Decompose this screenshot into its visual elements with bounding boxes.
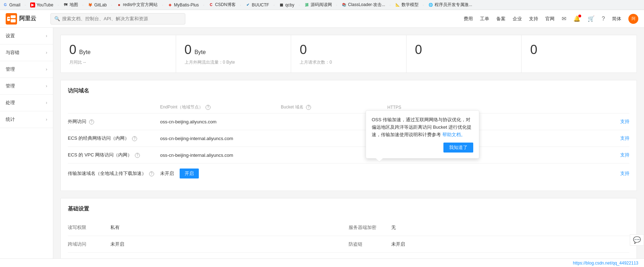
mail-icon[interactable]: ✉ <box>562 15 566 22</box>
tab-buu[interactable]: ✔ BUUCTF <box>245 2 269 7</box>
read-write-row: 读写权限 私有 <box>68 219 349 236</box>
endpoint-help-icon[interactable]: ? <box>206 105 211 110</box>
tab-maps-label: 地图 <box>70 2 78 8</box>
sidebar-item-stats[interactable]: 统计 › <box>0 111 53 128</box>
tab-maps[interactable]: 🗺 地图 <box>63 2 78 8</box>
tab-classloader[interactable]: 📚 ClassLoader·攻击... <box>342 2 385 8</box>
tab-buu-label: BUUCTF <box>252 2 269 7</box>
nav-ticket[interactable]: 工单 <box>480 16 489 22</box>
tab-youtube-label: YouTube <box>37 2 53 7</box>
transfer-accel-help-icon[interactable]: ? <box>149 171 154 176</box>
tab-gitlab[interactable]: 🦊 GitLab <box>88 2 107 7</box>
ecs-vpc-help-icon[interactable]: ? <box>135 153 140 158</box>
nav-lang[interactable]: 简体 <box>612 16 621 22</box>
logo-text: 阿里云 <box>19 15 36 22</box>
svg-rect-1 <box>11 15 16 18</box>
nav-official[interactable]: 官网 <box>545 16 555 22</box>
youtube-favicon: ▶ <box>30 2 35 7</box>
read-write-label: 读写权限 <box>68 224 110 231</box>
tab-mybatis[interactable]: ◆ MyBatis-Plus <box>168 2 199 7</box>
tab-prog[interactable]: 🌐 程序员开发专属激... <box>428 2 472 8</box>
col-label-header <box>68 101 160 113</box>
external-endpoint: oss-cn-beijing.aliyuncs.com <box>160 113 281 130</box>
nav-icp[interactable]: 备案 <box>496 16 506 22</box>
chevron-icon-6: › <box>46 117 47 122</box>
tab-gmail[interactable]: G Gmail <box>3 2 20 7</box>
sidebar-item-redundancy[interactable]: 与容错 › <box>0 44 53 61</box>
search-icon: 🔍 <box>54 16 60 21</box>
tab-youtube[interactable]: ▶ YouTube <box>30 2 53 7</box>
search-input[interactable] <box>62 16 181 21</box>
left-settings: 读写权限 私有 跨域访问 未开启 <box>68 219 349 253</box>
nav-fees[interactable]: 费用 <box>464 16 473 22</box>
search-bar[interactable]: 🔍 <box>50 13 185 25</box>
logo[interactable]: 阿里云 <box>6 13 36 25</box>
cart-icon[interactable]: 🛒 <box>588 15 595 22</box>
tab-redis[interactable]: ■ redis中文官方网站 <box>116 2 158 8</box>
notification-badge <box>578 15 581 17</box>
maps-favicon: 🗺 <box>63 2 68 7</box>
stat-storage-sub: 月同比 -- <box>69 59 167 65</box>
hotlink-label: 防盗链 <box>349 241 391 247</box>
tab-csdn[interactable]: C CSDN博客 <box>209 2 236 8</box>
table-row: 外网访问 ? oss-cn-beijing.aliyuncs.com 支持 <box>68 113 629 130</box>
bell-icon[interactable]: 🔔 <box>573 15 580 22</box>
transfer-accel-https-status: 支持 <box>620 171 629 176</box>
stat-storage-unit: Byte <box>79 49 91 55</box>
stat-requests-sub: 上月请求次数：0 <box>300 59 398 65</box>
sidebar-item-manage2[interactable]: 管理 › <box>0 78 53 95</box>
browser-tab-bar: G Gmail · ▶ YouTube · 🗺 地图 · 🦊 GitLab · … <box>0 0 644 10</box>
tab-yuan[interactable]: 源 源码阅读网 <box>304 2 332 8</box>
table-row: 传输加速域名（全地域上传下载加速） ? 未开启 开启 支持 <box>68 164 629 184</box>
stat-fifth: 0 <box>522 35 637 73</box>
cors-value: 未开启 <box>110 241 124 247</box>
svg-rect-2 <box>11 19 16 22</box>
ecs-vpc-label: ECS 的 VPC 网络访问（内网） ? <box>68 147 160 164</box>
tooltip-ok-button[interactable]: 我知道了 <box>443 143 473 153</box>
stat-fourth: 0 <box>406 35 522 73</box>
cors-label: 跨域访问 <box>68 241 110 247</box>
server-encrypt-label: 服务器端加密 <box>349 224 391 231</box>
tab-mybatis-label: MyBatis-Plus <box>174 2 199 7</box>
ecs-vpc-https-status: 支持 <box>620 152 629 157</box>
sidebar-item-process[interactable]: 处理 › <box>0 95 53 111</box>
settings-grid: 读写权限 私有 跨域访问 未开启 服务器端加密 无 <box>68 219 629 253</box>
bucket-help-icon[interactable]: ? <box>306 105 311 110</box>
sidebar: 设置 › 与容错 › 管理 › 管理 › 处理 › 统计 › <box>0 28 53 258</box>
tab-qcby[interactable]: ▦ qcby <box>279 2 294 7</box>
cors-row: 跨域访问 未开启 <box>68 236 349 253</box>
transfer-accel-open-button[interactable]: 开启 <box>180 169 199 178</box>
help-icon[interactable]: ? <box>602 16 605 22</box>
nav-enterprise[interactable]: 企业 <box>513 16 522 22</box>
chevron-icon: › <box>46 33 47 38</box>
sidebar-item-settings[interactable]: 设置 › <box>0 28 53 44</box>
sidebar-item-process-label: 处理 <box>6 100 15 106</box>
app-container: 阿里云 🔍 费用 工单 备案 企业 支持 官网 ✉ 🔔 🛒 ? 简体 阿 <box>0 10 644 267</box>
external-help-icon[interactable]: ? <box>89 119 94 124</box>
sidebar-item-manage2-label: 管理 <box>6 83 15 89</box>
basic-settings-section: 基础设置 读写权限 私有 跨域访问 未开启 服 <box>60 198 637 258</box>
sidebar-item-manage1[interactable]: 管理 › <box>0 61 53 78</box>
tooltip-help-link[interactable]: 帮助文档。 <box>442 132 465 137</box>
domain-table: EndPoint（地域节点） ? Bucket 域名 ? HTTPS <box>68 101 629 183</box>
ecs-classic-help-icon[interactable]: ? <box>132 136 137 141</box>
ecs-classic-https-status: 支持 <box>620 135 629 141</box>
sidebar-item-stats-label: 统计 <box>6 116 15 123</box>
tab-math[interactable]: 📐 数学模型 <box>395 2 419 8</box>
nav-support[interactable]: 支持 <box>529 16 538 22</box>
user-avatar[interactable]: 阿 <box>628 14 638 24</box>
domain-section-title: 访问域名 <box>68 87 629 94</box>
stat-requests: 0 上月请求次数：0 <box>291 35 406 73</box>
ecs-classic-label: ECS 的经典网络访问（内网） ? <box>68 130 160 147</box>
status-bar: https://blog.csdn.net/qq_44922113 <box>0 258 644 267</box>
sidebar-item-manage1-label: 管理 <box>6 66 15 73</box>
stats-row: 0 Byte 月同比 -- 0 Byte 上月外网流出流量：0 Byte 0 <box>60 35 637 73</box>
external-https-status: 支持 <box>620 119 629 124</box>
chat-float-button[interactable]: 💬 <box>630 234 644 246</box>
chat-icon: 💬 <box>633 236 641 244</box>
tab-redis-label: redis中文官方网站 <box>123 2 158 8</box>
gitlab-favicon: 🦊 <box>88 2 93 7</box>
table-row: ECS 的 VPC 网络访问（内网） ? oss-cn-beijing-inte… <box>68 147 629 164</box>
stat-storage-value: 0 Byte <box>69 42 167 57</box>
tab-qcby-label: qcby <box>285 2 294 7</box>
